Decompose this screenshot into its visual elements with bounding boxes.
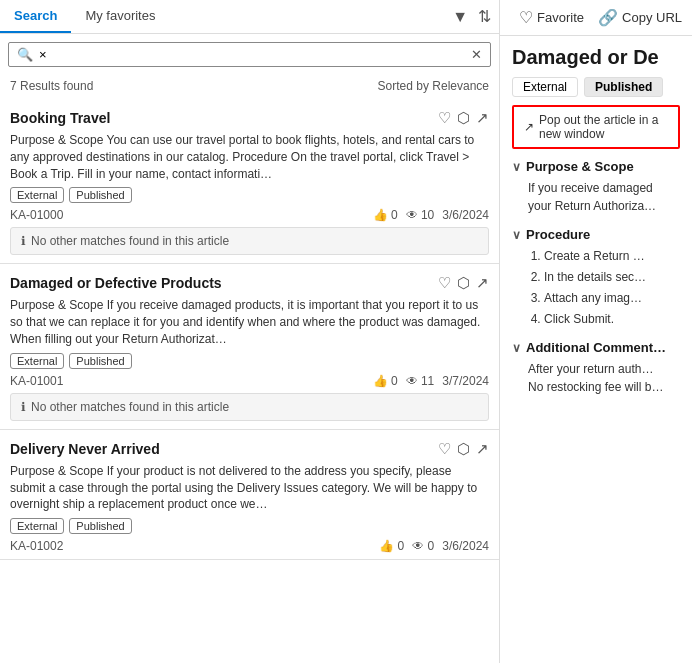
info-icon: ℹ xyxy=(21,400,26,414)
detail-tab-published[interactable]: Published xyxy=(584,77,663,97)
article-badges: External Published xyxy=(10,518,489,534)
tab-actions: ▼ ⇅ xyxy=(452,0,499,33)
procedure-list: Create a Return … In the details sec… At… xyxy=(528,247,680,328)
article-views: 👁 10 xyxy=(406,208,435,222)
badge-published: Published xyxy=(69,353,131,369)
article-card: Booking Travel ♡ ⬡ ↗ Purpose & Scope You… xyxy=(0,99,499,264)
popout-banner[interactable]: ↗ Pop out the article in a new window xyxy=(512,105,680,149)
section-body-purpose: If you receive damaged your Return Autho… xyxy=(512,179,680,215)
copy-url-action[interactable]: 🔗 Copy URL xyxy=(598,8,682,27)
article-actions: ♡ ⬡ ↗ xyxy=(438,109,489,127)
article-card: Delivery Never Arrived ♡ ⬡ ↗ Purpose & S… xyxy=(0,430,499,560)
clear-icon[interactable]: ✕ xyxy=(471,47,482,62)
section-body-procedure: Create a Return … In the details sec… At… xyxy=(512,247,680,328)
favorite-icon[interactable]: ♡ xyxy=(438,109,451,127)
list-item: Attach any imag… xyxy=(544,289,680,307)
article-footer: KA-01001 👍 0 👁 11 3/7/2024 xyxy=(10,374,489,388)
badge-external: External xyxy=(10,187,64,203)
results-sort: Sorted by Relevance xyxy=(378,79,489,93)
article-actions: ♡ ⬡ ↗ xyxy=(438,440,489,458)
section-header-purpose[interactable]: ∨ Purpose & Scope xyxy=(512,159,680,174)
procedure-section: ∨ Procedure Create a Return … In the det… xyxy=(512,227,680,328)
search-input[interactable] xyxy=(39,47,471,62)
info-icon: ℹ xyxy=(21,234,26,248)
favorite-action[interactable]: ♡ Favorite xyxy=(519,8,584,27)
article-header: Delivery Never Arrived ♡ ⬡ ↗ xyxy=(10,440,489,458)
filter-icon[interactable]: ▼ xyxy=(452,8,468,26)
article-id: KA-01000 xyxy=(10,208,63,222)
section-body-additional: After your return auth… No restocking fe… xyxy=(512,360,680,396)
favorite-icon[interactable]: ♡ xyxy=(438,274,451,292)
article-card: Damaged or Defective Products ♡ ⬡ ↗ Purp… xyxy=(0,264,499,429)
additional-comments-section: ∨ Additional Comment… After your return … xyxy=(512,340,680,396)
article-meta: 👍 0 👁 10 3/6/2024 xyxy=(373,208,489,222)
popout-icon: ↗ xyxy=(524,120,534,134)
chevron-down-icon: ∨ xyxy=(512,341,521,355)
section-header-additional[interactable]: ∨ Additional Comment… xyxy=(512,340,680,355)
heart-icon: ♡ xyxy=(519,8,533,27)
articles-list: Booking Travel ♡ ⬡ ↗ Purpose & Scope You… xyxy=(0,99,499,663)
article-title[interactable]: Damaged or Defective Products xyxy=(10,275,222,291)
share-icon[interactable]: ⬡ xyxy=(457,274,470,292)
detail-article-title: Damaged or De xyxy=(512,46,680,69)
article-badges: External Published xyxy=(10,353,489,369)
list-item: Create a Return … xyxy=(544,247,680,265)
search-icon: 🔍 xyxy=(17,47,33,62)
list-item: In the details sec… xyxy=(544,268,680,286)
external-link-icon[interactable]: ↗ xyxy=(476,440,489,458)
article-meta: 👍 0 👁 11 3/7/2024 xyxy=(373,374,489,388)
article-date: 3/7/2024 xyxy=(442,374,489,388)
article-likes: 👍 0 xyxy=(379,539,404,553)
share-icon[interactable]: ⬡ xyxy=(457,109,470,127)
article-likes: 👍 0 xyxy=(373,208,398,222)
no-matches-banner: ℹ No other matches found in this article xyxy=(10,227,489,255)
article-views: 👁 11 xyxy=(406,374,435,388)
article-title[interactable]: Booking Travel xyxy=(10,110,110,126)
article-actions: ♡ ⬡ ↗ xyxy=(438,274,489,292)
article-header: Damaged or Defective Products ♡ ⬡ ↗ xyxy=(10,274,489,292)
badge-published: Published xyxy=(69,518,131,534)
no-matches-banner: ℹ No other matches found in this article xyxy=(10,393,489,421)
list-item: Click Submit. xyxy=(544,310,680,328)
article-detail: Damaged or De External Published ↗ Pop o… xyxy=(500,36,692,663)
article-views: 👁 0 xyxy=(412,539,434,553)
search-bar: 🔍 ✕ xyxy=(8,42,491,67)
tab-my-favorites[interactable]: My favorites xyxy=(71,0,169,33)
tab-search[interactable]: Search xyxy=(0,0,71,33)
article-body: Purpose & Scope If your product is not d… xyxy=(10,463,489,513)
link-icon: 🔗 xyxy=(598,8,618,27)
right-panel: ♡ Favorite 🔗 Copy URL Damaged or De Exte… xyxy=(500,0,692,663)
article-likes: 👍 0 xyxy=(373,374,398,388)
chevron-down-icon: ∨ xyxy=(512,160,521,174)
chevron-down-icon: ∨ xyxy=(512,228,521,242)
share-icon[interactable]: ⬡ xyxy=(457,440,470,458)
article-body: Purpose & Scope If you receive damaged p… xyxy=(10,297,489,347)
external-link-icon[interactable]: ↗ xyxy=(476,274,489,292)
article-id: KA-01002 xyxy=(10,539,63,553)
article-header: Booking Travel ♡ ⬡ ↗ xyxy=(10,109,489,127)
badge-external: External xyxy=(10,353,64,369)
section-header-procedure[interactable]: ∨ Procedure xyxy=(512,227,680,242)
badge-published: Published xyxy=(69,187,131,203)
external-link-icon[interactable]: ↗ xyxy=(476,109,489,127)
article-footer: KA-01002 👍 0 👁 0 3/6/2024 xyxy=(10,539,489,553)
article-footer: KA-01000 👍 0 👁 10 3/6/2024 xyxy=(10,208,489,222)
article-id: KA-01001 xyxy=(10,374,63,388)
badge-external: External xyxy=(10,518,64,534)
tabs-row: Search My favorites ▼ ⇅ xyxy=(0,0,499,34)
favorite-icon[interactable]: ♡ xyxy=(438,440,451,458)
detail-tabs: External Published xyxy=(512,77,680,97)
results-count: 7 Results found xyxy=(10,79,93,93)
sort-icon[interactable]: ⇅ xyxy=(478,7,491,26)
detail-tab-external[interactable]: External xyxy=(512,77,578,97)
article-title[interactable]: Delivery Never Arrived xyxy=(10,441,160,457)
left-panel: Search My favorites ▼ ⇅ 🔍 ✕ 7 Results fo… xyxy=(0,0,500,663)
article-date: 3/6/2024 xyxy=(442,208,489,222)
right-header: ♡ Favorite 🔗 Copy URL xyxy=(500,0,692,36)
article-body: Purpose & Scope You can use our travel p… xyxy=(10,132,489,182)
article-meta: 👍 0 👁 0 3/6/2024 xyxy=(379,539,489,553)
results-header: 7 Results found Sorted by Relevance xyxy=(0,75,499,99)
article-badges: External Published xyxy=(10,187,489,203)
article-date: 3/6/2024 xyxy=(442,539,489,553)
purpose-scope-section: ∨ Purpose & Scope If you receive damaged… xyxy=(512,159,680,215)
